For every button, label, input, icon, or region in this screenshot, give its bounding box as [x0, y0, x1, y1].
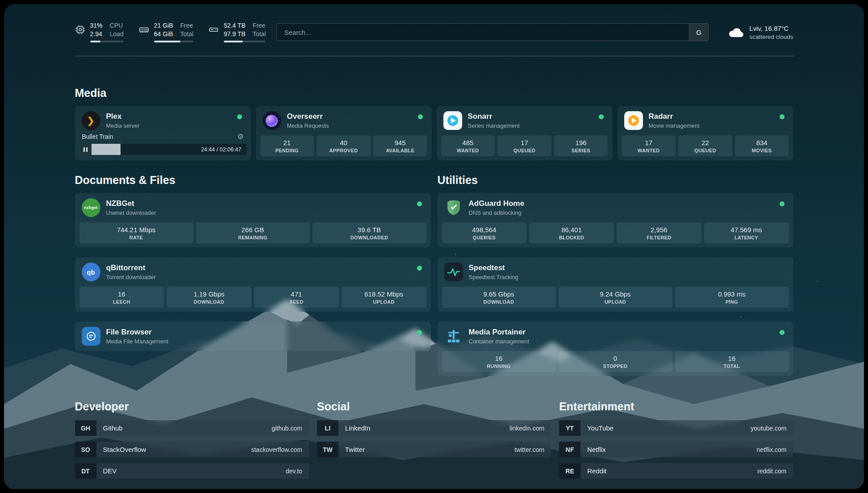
weather-widget[interactable]: Lviv, 16.87°C scattered clouds	[728, 25, 793, 40]
speedtest-icon	[444, 263, 463, 281]
app-subtitle: DNS and adblocking	[469, 209, 774, 216]
stat-value: 0.993 ms	[718, 290, 746, 298]
gear-icon[interactable]: ⚙	[237, 133, 243, 140]
app-subtitle: Movie management	[649, 122, 774, 129]
bookmark-reddit[interactable]: RE Reddit reddit.com	[559, 463, 793, 479]
bookmark-netflix[interactable]: NF Netflix netflix.com	[559, 442, 793, 457]
app-name: File Browser	[106, 328, 411, 337]
app-name: Sonarr	[468, 112, 593, 121]
bookmark-abbr: SO	[75, 442, 96, 457]
card-header: Media Portainer Container management	[442, 326, 789, 347]
system-stats: 31% CPU 2.94 Load	[75, 22, 266, 42]
bookmark-github[interactable]: GH Github github.com	[75, 420, 309, 436]
bookmark-name: Netflix	[580, 446, 756, 453]
stat-row: 744.21 Mbps RATE 266 GB REMAINING 39.6 T…	[79, 218, 426, 243]
app-name: NZBGet	[106, 199, 411, 208]
status-dot	[418, 114, 423, 119]
disk-stats: 52.4 TB Free 97.9 TB Total	[224, 22, 266, 42]
stat-row: 16 LEECH 1.19 Gbps DOWNLOAD 471 SEED 6	[79, 283, 426, 308]
stat-label: QUERIES	[473, 235, 496, 240]
ram-free-label: Free	[180, 22, 194, 29]
bookmark-url: dev.to	[286, 468, 309, 475]
status-dot	[780, 114, 785, 119]
stat-label: APPROVED	[329, 148, 358, 153]
bookmark-twitter[interactable]: TW Twitter twitter.com	[317, 442, 551, 457]
card-header: AdGuard Home DNS and adblocking	[442, 197, 789, 218]
stat-value: 2,956	[651, 226, 668, 234]
app-subtitle: Media File Management	[106, 338, 411, 345]
app-titles: Radarr Movie management	[649, 112, 774, 129]
stat-label: RATE	[129, 235, 143, 240]
app-titles: qBittorrent Torrent downloader	[106, 263, 411, 280]
stat-row: 16 RUNNING 0 STOPPED 16 TOTAL	[442, 347, 789, 372]
app-name: Plex	[106, 112, 231, 121]
bookmark-stackoverflow[interactable]: SO StackOverflow stackoverflow.com	[75, 442, 309, 457]
app-subtitle: Speedtest Tracking	[469, 274, 787, 280]
pause-button[interactable]	[79, 144, 92, 155]
stat-rate: 744.21 Mbps RATE	[79, 222, 193, 243]
stat-wanted: 485 WANTED	[441, 135, 495, 156]
stat-value: 39.6 TB	[358, 226, 381, 234]
stat-label: UPLOAD	[373, 299, 395, 305]
app-subtitle: Media server	[106, 122, 231, 129]
app-titles: AdGuard Home DNS and adblocking	[469, 199, 774, 216]
bookmark-name: Reddit	[580, 467, 757, 475]
dashboard-content: 31% CPU 2.94 Load	[75, 18, 793, 489]
stat-value: 9.24 Gbps	[600, 290, 630, 298]
card-nzbget[interactable]: nzbget NZBGet Usenet downloader 744.21 M…	[75, 193, 431, 247]
card-overseerr[interactable]: Overseerr Media Requests 21 PENDING 40 A…	[256, 106, 432, 160]
qbittorrent-icon: qb	[82, 263, 100, 281]
status-dot	[417, 330, 422, 335]
card-sonarr[interactable]: Sonarr Series management 485 WANTED 17 Q…	[437, 106, 613, 160]
disk-total-label: Total	[253, 30, 266, 38]
app-name: Speedtest	[469, 263, 787, 272]
app-titles: Media Portainer Container management	[469, 328, 774, 344]
bookmark-url: netflix.com	[757, 446, 793, 453]
bookmark-dev[interactable]: DT DEV dev.to	[75, 463, 309, 479]
stat-value: 834	[756, 139, 768, 146]
cpu-progress-track	[90, 41, 124, 42]
disk-icon	[209, 25, 219, 35]
weather-location: Lviv, 16.87°C	[749, 25, 793, 32]
plex-icon: ❯	[82, 111, 100, 130]
stat-value: 498,564	[472, 226, 496, 234]
section-title-entertainment: Entertainment	[559, 400, 793, 413]
stat-value: 40	[340, 139, 347, 146]
bookmark-url: twitter.com	[514, 446, 551, 453]
card-radarr[interactable]: Radarr Movie management 17 WANTED 22 QUE…	[618, 106, 793, 160]
top-bar: 31% CPU 2.94 Load	[75, 18, 793, 46]
section-entertainment: Entertainment YT YouTube youtube.com NF …	[559, 400, 793, 479]
card-plex[interactable]: ❯ Plex Media server Bullet Train ⚙	[75, 106, 251, 160]
stat-label: DOWNLOAD	[484, 299, 514, 305]
stat-label: TOTAL	[723, 363, 740, 369]
stat-row: 21 PENDING 40 APPROVED 945 AVAILABLE	[260, 131, 427, 156]
stat-value: 17	[521, 139, 528, 146]
portainer-icon	[444, 327, 463, 346]
weather-condition: scattered clouds	[749, 33, 793, 40]
search-engine-button[interactable]: G	[689, 24, 708, 41]
stat-row: 498,564 QUERIES 86,401 BLOCKED 2,956 FIL…	[442, 218, 789, 243]
playback-bar[interactable]: 24:44 / 02:06:47	[79, 144, 246, 155]
stat-movies: 834 MOVIES	[735, 135, 789, 156]
section-title-media: Media	[75, 87, 793, 100]
card-qbittorrent[interactable]: qb qBittorrent Torrent downloader 16 LEE…	[75, 257, 431, 312]
bookmark-youtube[interactable]: YT YouTube youtube.com	[559, 420, 793, 436]
stat-label: SERIES	[572, 148, 590, 153]
card-adguard[interactable]: AdGuard Home DNS and adblocking 498,564 …	[438, 193, 793, 247]
bookmark-linkedin[interactable]: LI LinkedIn linkedin.com	[317, 420, 551, 436]
bookmark-abbr: GH	[75, 420, 96, 436]
card-speedtest[interactable]: Speedtest Speedtest Tracking 9.65 Gbps D…	[438, 257, 793, 312]
stat-download: 1.19 Gbps DOWNLOAD	[167, 287, 251, 308]
stat-pending: 21 PENDING	[260, 135, 314, 156]
adguard-icon	[444, 198, 463, 217]
card-filebrowser[interactable]: File Browser Media File Management	[75, 322, 431, 351]
stat-label: AVAILABLE	[386, 148, 414, 153]
card-portainer[interactable]: Media Portainer Container management 16 …	[438, 322, 793, 376]
stat-upload: 618.52 Mbps UPLOAD	[342, 287, 426, 308]
stat-label: LATENCY	[734, 235, 758, 240]
stat-queued: 22 QUEUED	[678, 135, 732, 156]
section-developer: Developer GH Github github.com SO StackO…	[75, 400, 309, 479]
search-input[interactable]	[277, 24, 689, 41]
bookmark-abbr: TW	[317, 442, 338, 457]
card-header: ❯ Plex Media server	[79, 110, 246, 131]
